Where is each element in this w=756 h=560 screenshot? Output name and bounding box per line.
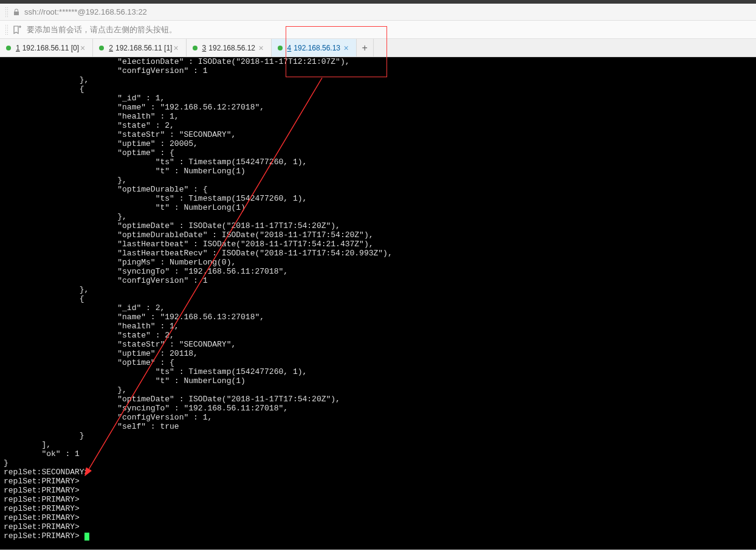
tab-1[interactable]: 1 192.168.56.11 [0] × bbox=[0, 39, 93, 57]
tab-2[interactable]: 2 192.168.56.11 [1] × bbox=[93, 39, 186, 57]
tab-4[interactable]: 4 192.168.56.13 × bbox=[272, 39, 357, 57]
tab-number: 2 bbox=[109, 44, 113, 52]
tab-label: 192.168.56.11 [0] bbox=[22, 44, 79, 52]
tab-label: 192.168.56.12 bbox=[208, 44, 255, 52]
bookmark-add-icon[interactable] bbox=[12, 25, 22, 35]
close-icon[interactable]: × bbox=[79, 43, 86, 53]
status-dot-icon bbox=[99, 46, 104, 50]
tab-number: 3 bbox=[202, 44, 207, 52]
close-icon[interactable]: × bbox=[172, 43, 179, 53]
hint-bar: 要添加当前会话，请点击左侧的箭头按钮。 bbox=[0, 21, 756, 39]
bottom-status-area bbox=[0, 550, 756, 558]
drag-handle[interactable] bbox=[5, 7, 9, 18]
status-dot-icon bbox=[278, 46, 283, 50]
status-dot-icon bbox=[6, 46, 11, 50]
close-icon[interactable]: × bbox=[342, 43, 349, 53]
tab-3[interactable]: 3 192.168.56.12 × bbox=[187, 39, 272, 57]
tabs-bar: 1 192.168.56.11 [0] × 2 192.168.56.11 [1… bbox=[0, 39, 756, 57]
add-tab-button[interactable]: + bbox=[357, 39, 374, 57]
lock-icon bbox=[12, 8, 21, 16]
tab-label: 192.168.56.11 [1] bbox=[115, 44, 172, 52]
tab-number: 4 bbox=[287, 44, 292, 52]
status-dot-icon bbox=[193, 46, 198, 50]
close-icon[interactable]: × bbox=[257, 43, 264, 53]
address-bar: ssh://root:******@192.168.56.13:22 bbox=[0, 4, 756, 21]
terminal-output[interactable]: "electionDate" : ISODate("2018-11-17T12:… bbox=[0, 57, 756, 550]
hint-text: 要添加当前会话，请点击左侧的箭头按钮。 bbox=[27, 24, 177, 35]
tab-number: 1 bbox=[16, 44, 20, 52]
address-url[interactable]: ssh://root:******@192.168.56.13:22 bbox=[24, 7, 147, 16]
tab-label: 192.168.56.13 bbox=[294, 44, 340, 52]
drag-handle-2[interactable] bbox=[5, 24, 9, 35]
